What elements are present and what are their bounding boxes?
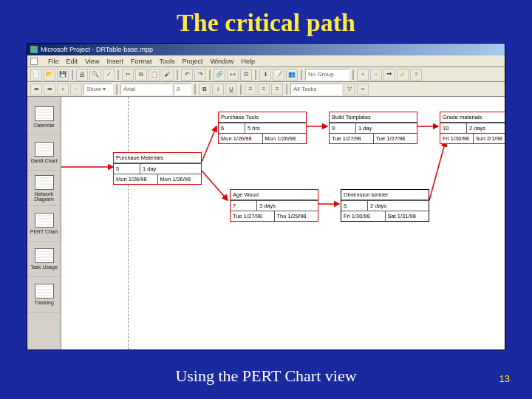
filter-field[interactable]: All Tasks <box>290 83 342 95</box>
open-button[interactable]: 📂 <box>44 69 55 81</box>
font-size-field[interactable]: 8 <box>174 83 191 95</box>
align-right-button[interactable]: ≡ <box>271 83 283 95</box>
view-network[interactable]: Network Diagram <box>27 171 61 206</box>
calendar-icon <box>35 106 54 121</box>
link-button[interactable]: 🔗 <box>214 69 225 81</box>
new-button[interactable]: 📄 <box>30 69 42 81</box>
menu-window[interactable]: Window <box>210 58 233 65</box>
standard-toolbar: 📄 📂 💾 🖨 🔍 ✓ ✂ ⧉ 📋 🖌 ↶ ↷ 🔗 ⧟ ⊟ ℹ 📝 👥 No G… <box>27 67 505 82</box>
network-icon <box>35 175 54 190</box>
view-task-usage[interactable]: Task Usage <box>27 242 61 277</box>
task-dimension-lumber[interactable]: Dimension lumber 82 days Fri 1/30/98Sat … <box>341 189 429 222</box>
timeline-divider <box>128 97 129 349</box>
svg-line-1 <box>202 126 216 162</box>
plus-button[interactable]: ＋ <box>57 83 69 95</box>
view-tracking[interactable]: Tracking <box>27 277 61 313</box>
zoom-out-button[interactable]: − <box>370 69 382 81</box>
show-dropdown[interactable]: Show ▾ <box>83 83 113 95</box>
menu-view[interactable]: View <box>85 58 99 65</box>
system-menu-icon[interactable] <box>30 58 38 65</box>
group-field[interactable]: No Group <box>305 69 349 81</box>
spell-button[interactable]: ✓ <box>103 69 115 81</box>
italic-button[interactable]: I <box>212 83 224 95</box>
copy-button[interactable]: ⧉ <box>135 69 147 81</box>
view-pert[interactable]: PERT Chart <box>27 206 61 242</box>
task-age-wood[interactable]: Age Wood 73 days Tue 1/27/98Thu 1/29/98 <box>230 189 318 222</box>
slide-title: The critical path <box>0 0 532 43</box>
task-grade-materials[interactable]: Grade materials 102 days Fri 1/30/98Sun … <box>440 112 505 144</box>
svg-line-2 <box>202 171 228 200</box>
pert-canvas[interactable]: Purchase Materials 51 day Mon 1/26/98Mon… <box>61 97 505 349</box>
menu-edit[interactable]: Edit <box>66 58 78 65</box>
indent-button[interactable]: ➡ <box>44 83 55 95</box>
task-usage-icon <box>35 248 54 263</box>
paste-button[interactable]: 📋 <box>149 69 160 81</box>
menu-format[interactable]: Format <box>131 58 152 65</box>
more-button[interactable]: » <box>357 83 369 95</box>
info-button[interactable]: ℹ <box>259 69 271 81</box>
split-button[interactable]: ⊟ <box>240 69 252 81</box>
view-gantt[interactable]: Gantt Chart <box>27 135 61 171</box>
zoom-in-button[interactable]: + <box>357 69 369 81</box>
outdent-button[interactable]: ⬅ <box>30 83 42 95</box>
svg-line-6 <box>429 141 446 200</box>
pert-icon <box>35 213 54 228</box>
view-calendar[interactable]: Calendar <box>27 100 61 135</box>
menu-project[interactable]: Project <box>182 58 202 65</box>
save-button[interactable]: 💾 <box>57 69 69 81</box>
menu-help[interactable]: Help <box>241 58 255 65</box>
slide-number: 13 <box>499 373 510 384</box>
font-name-field[interactable]: Arial <box>120 83 172 95</box>
tracking-icon <box>35 284 54 299</box>
align-left-button[interactable]: ≡ <box>245 83 256 95</box>
menu-file[interactable]: File <box>48 58 59 65</box>
task-purchase-materials[interactable]: Purchase Materials 51 day Mon 1/26/98Mon… <box>113 152 202 185</box>
menu-tools[interactable]: Tools <box>159 58 174 65</box>
minus-button[interactable]: － <box>70 83 82 95</box>
wizard-button[interactable]: 🪄 <box>397 69 409 81</box>
align-center-button[interactable]: ≡ <box>258 83 270 95</box>
app-icon <box>30 46 38 53</box>
menubar[interactable]: File Edit View Insert Format Tools Proje… <box>27 55 505 67</box>
slide-caption: Using the PERT Chart view <box>0 366 532 386</box>
menu-insert[interactable]: Insert <box>106 58 123 65</box>
task-purchase-tools[interactable]: Purchase Tools 65 hrs Mon 1/26/98Mon 1/2… <box>218 112 307 144</box>
print-button[interactable]: 🖨 <box>76 69 88 81</box>
task-build-templates[interactable]: Build Templates 91 day Tue 1/27/98Tue 1/… <box>329 112 417 144</box>
note-button[interactable]: 📝 <box>273 69 284 81</box>
assign-button[interactable]: 👥 <box>286 69 298 81</box>
underline-button[interactable]: U <box>225 83 237 95</box>
bold-button[interactable]: B <box>199 83 211 95</box>
view-bar: Calendar Gantt Chart Network Diagram PER… <box>27 97 61 349</box>
msproject-window: Microsoft Project - DRTable-base.mpp Fil… <box>27 43 505 350</box>
gantt-icon <box>35 142 54 157</box>
preview-button[interactable]: 🔍 <box>89 69 101 81</box>
window-title: Microsoft Project - DRTable-base.mpp <box>41 46 153 53</box>
autofilter-button[interactable]: ▽ <box>344 83 355 95</box>
formatting-toolbar: ⬅ ➡ ＋ － Show ▾ Arial 8 B I U ≡ ≡ ≡ All T… <box>27 82 505 97</box>
cut-button[interactable]: ✂ <box>122 69 134 81</box>
help-button[interactable]: ? <box>410 69 422 81</box>
unlink-button[interactable]: ⧟ <box>227 69 239 81</box>
format-painter-button[interactable]: 🖌 <box>162 69 174 81</box>
goto-button[interactable]: ⮕ <box>383 69 395 81</box>
undo-button[interactable]: ↶ <box>181 69 193 81</box>
redo-button[interactable]: ↷ <box>194 69 206 81</box>
titlebar: Microsoft Project - DRTable-base.mpp <box>27 44 505 55</box>
